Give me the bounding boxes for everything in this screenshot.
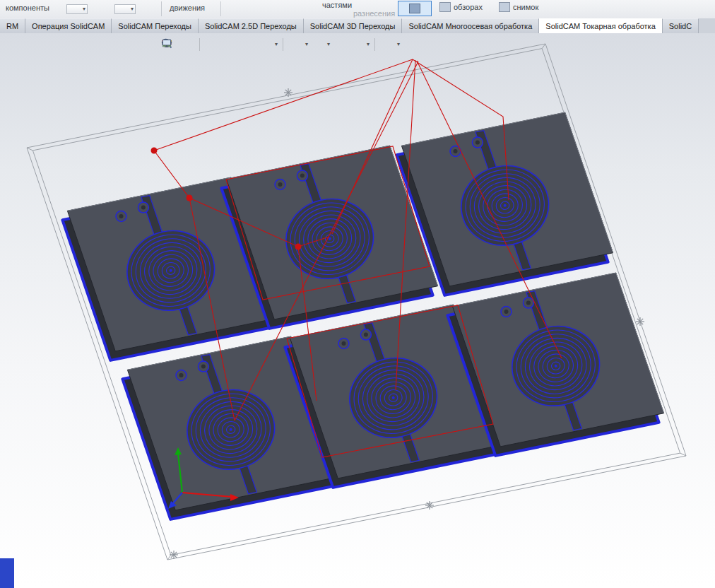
commandmanager-tab-bar: RMОперация SolidCAMSolidCAM ПереходыSoli… <box>0 18 715 34</box>
components-dropdown-1[interactable]: ▾ <box>66 4 88 14</box>
commandmanager-tab-0[interactable]: RM <box>0 18 25 33</box>
toolbar-separator <box>199 38 200 51</box>
previous-view-icon[interactable] <box>205 37 220 52</box>
chevron-down-icon: ▾ <box>131 6 134 12</box>
snapshot-button[interactable]: снимок <box>499 2 538 12</box>
commandmanager-tab-1[interactable]: Операция SolidCAM <box>25 18 112 33</box>
components-group-label: компоненты <box>6 4 49 12</box>
graphics-area[interactable]: ▾▾▾▾▾ <box>0 33 715 588</box>
exploded-view-label: разнесения <box>353 9 395 18</box>
toolbar-separator <box>374 38 375 51</box>
commandmanager-tab-5[interactable]: SolidCAM Многоосевая обработка <box>402 18 539 33</box>
snapshot-label: снимок <box>513 3 538 11</box>
display-style-icon[interactable] <box>288 37 304 52</box>
chevron-down-icon[interactable]: ▾ <box>397 42 400 47</box>
solidworks-solidcam-window: компоненты ▾ ▾ движения частями разнесен… <box>0 0 715 588</box>
model-view[interactable] <box>0 33 715 588</box>
parts-group-label: частями <box>322 1 352 9</box>
hide-show-items-icon[interactable] <box>310 37 326 52</box>
chevron-down-icon[interactable]: ▾ <box>275 42 278 47</box>
apply-scene-icon[interactable] <box>350 37 365 52</box>
assembly-mode-icon <box>409 4 420 13</box>
section-view-icon[interactable] <box>223 37 238 52</box>
chevron-down-icon: ▾ <box>83 6 85 12</box>
heads-up-view-toolbar: ▾▾▾▾▾ <box>161 37 400 52</box>
review-icon <box>439 2 451 12</box>
edit-appearance-icon[interactable] <box>332 37 348 52</box>
ribbon-separator <box>220 1 221 16</box>
chevron-down-icon[interactable]: ▾ <box>305 42 308 47</box>
motion-group-label: движения <box>170 4 205 12</box>
large-assembly-toggle-button[interactable] <box>398 1 432 16</box>
ribbon-strip: компоненты ▾ ▾ движения частями разнесен… <box>0 0 715 19</box>
toolbar-separator <box>283 38 283 51</box>
3d-drawing-view-icon[interactable] <box>240 37 256 52</box>
large-design-review-button[interactable]: обзорах <box>439 2 483 12</box>
review-label: обзорах <box>454 3 483 11</box>
components-dropdown-2[interactable]: ▾ <box>114 4 136 14</box>
commandmanager-tab-2[interactable]: SolidCAM Переходы <box>112 18 199 33</box>
zoom-to-area-icon[interactable] <box>179 37 194 52</box>
ribbon-separator <box>161 1 162 16</box>
view-orientation-icon[interactable] <box>258 37 273 52</box>
commandmanager-tab-6[interactable]: SolidCAM Токарная обработка <box>539 18 662 33</box>
chevron-down-icon[interactable]: ▾ <box>327 42 330 47</box>
commandmanager-tab-4[interactable]: SolidCAM 3D Переходы <box>304 18 403 33</box>
window-corner-fragment <box>0 558 14 588</box>
commandmanager-tab-7[interactable]: SolidC <box>663 18 699 33</box>
view-settings-icon[interactable] <box>380 37 396 52</box>
chevron-down-icon[interactable]: ▾ <box>367 42 370 47</box>
commandmanager-tab-3[interactable]: SolidCAM 2.5D Переходы <box>199 18 304 33</box>
snapshot-icon <box>499 2 510 12</box>
